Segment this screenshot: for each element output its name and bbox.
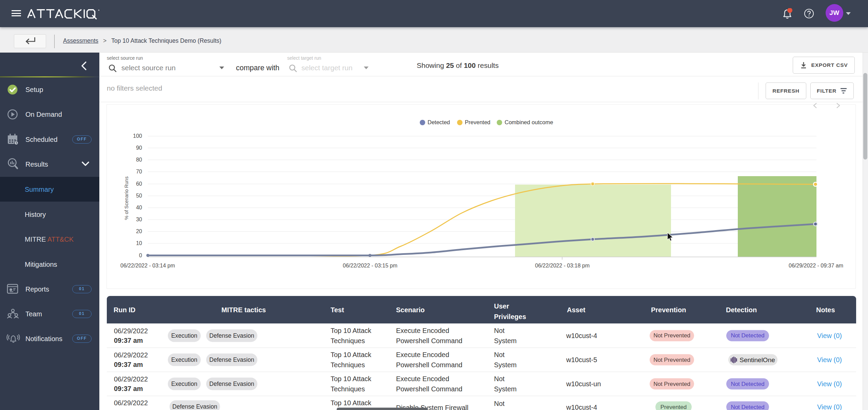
svg-text:10: 10 (136, 240, 142, 246)
svg-text:80: 80 (136, 157, 142, 163)
svg-text:60: 60 (136, 181, 142, 187)
svg-text:0: 0 (139, 253, 142, 258)
svg-text:70: 70 (136, 169, 142, 174)
svg-text:40: 40 (136, 205, 142, 210)
svg-text:30: 30 (136, 217, 142, 222)
svg-text:20: 20 (136, 228, 142, 234)
svg-text:90: 90 (136, 145, 142, 151)
svg-text:100: 100 (133, 133, 142, 139)
svg-text:50: 50 (136, 193, 142, 199)
